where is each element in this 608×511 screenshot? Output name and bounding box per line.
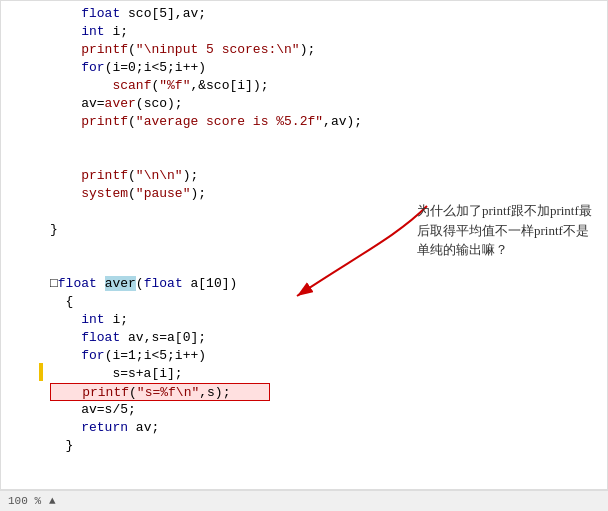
code-line xyxy=(50,149,599,167)
code-line: s=s+a[i]; xyxy=(50,365,599,383)
zoom-level: 100 % xyxy=(8,495,41,507)
highlighted-code-line: printf("s=%f\n",s); xyxy=(50,383,270,401)
code-line: scanf("%f",&sco[i]); xyxy=(50,77,599,95)
code-line: float av,s=a[0]; xyxy=(50,329,599,347)
code-line xyxy=(50,131,599,149)
code-line: } xyxy=(50,437,599,455)
code-line: for(i=1;i<5;i++) xyxy=(50,347,599,365)
code-line: printf("\n\n"); xyxy=(50,167,599,185)
code-line: av=s/5; xyxy=(50,401,599,419)
annotation-text: 为什么加了printf跟不加printf最后取得平均值不一样printf不是单纯… xyxy=(417,201,597,260)
code-line: int i; xyxy=(50,23,599,41)
editor-container: float sco[5],av; int i; printf("\ninput … xyxy=(0,0,608,490)
code-line: printf("\ninput 5 scores:\n"); xyxy=(50,41,599,59)
code-line: float sco[5],av; xyxy=(50,5,599,23)
tab-indicator: ▲ xyxy=(49,495,56,507)
annotation-arrow xyxy=(237,196,437,316)
code-line: av=aver(sco); xyxy=(50,95,599,113)
code-line: return av; xyxy=(50,419,599,437)
code-line: printf("average score is %5.2f",av); xyxy=(50,113,599,131)
code-line: for(i=0;i<5;i++) xyxy=(50,59,599,77)
bottom-bar: 100 % ▲ xyxy=(0,490,608,511)
